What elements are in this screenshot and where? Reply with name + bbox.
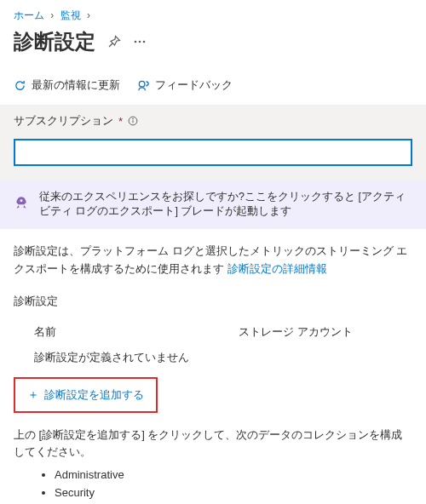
main-content: 診断設定は、プラットフォーム ログと選択したメトリックのストリーミング エクスポ… — [0, 229, 426, 504]
column-header-storage: ストレージ アカウント — [239, 324, 412, 340]
feedback-label: フィードバック — [155, 77, 233, 93]
feedback-button[interactable]: フィードバック — [137, 77, 233, 93]
add-diagnostic-setting-label: 診断設定を追加する — [44, 387, 144, 403]
description-text: 診断設定は、プラットフォーム ログと選択したメトリックのストリーミング エクスポ… — [14, 244, 407, 275]
legacy-experience-notice[interactable]: 従来のエクスペリエンスをお探しですか?ここをクリックすると [アクティビティ ロ… — [0, 180, 426, 229]
feedback-icon — [137, 79, 150, 92]
empty-state: 診断設定が定義されていません — [14, 348, 412, 377]
toolbar: 最新の情報に更新 フィードバック — [0, 69, 426, 105]
learn-more-link[interactable]: 診断設定の詳細情報 — [227, 262, 327, 275]
info-icon[interactable] — [128, 116, 138, 126]
required-mark: * — [118, 115, 123, 128]
plus-icon: ＋ — [27, 387, 39, 403]
svg-point-7 — [133, 118, 134, 119]
refresh-button[interactable]: 最新の情報に更新 — [14, 77, 120, 93]
list-item: Security — [55, 484, 412, 502]
svg-point-3 — [143, 41, 146, 43]
svg-point-1 — [135, 41, 137, 43]
diag-heading: 診断設定 — [14, 294, 412, 309]
list-item: Administrative — [55, 467, 412, 484]
description: 診断設定は、プラットフォーム ログと選択したメトリックのストリーミング エクスポ… — [14, 243, 412, 278]
rocket-icon — [14, 196, 29, 214]
subscription-input[interactable] — [14, 139, 412, 166]
page-title: 診断設定 — [14, 28, 95, 55]
subscription-label: サブスクリプション * — [14, 113, 138, 129]
pin-icon[interactable] — [107, 35, 121, 49]
title-row: 診断設定 — [0, 28, 426, 69]
notice-text: 従来のエクスペリエンスをお探しですか?ここをクリックすると [アクティビティ ロ… — [39, 190, 412, 219]
subscription-label-text: サブスクリプション — [14, 113, 113, 129]
table-header: 名前 ストレージ アカウント — [14, 319, 412, 348]
category-list: AdministrativeSecurityServiceHealthAlert… — [14, 467, 412, 504]
svg-point-4 — [139, 81, 145, 87]
column-header-name: 名前 — [34, 324, 239, 340]
add-diagnostic-setting-button[interactable]: ＋ 診断設定を追加する — [14, 377, 158, 413]
breadcrumb-home[interactable]: ホーム — [14, 9, 44, 21]
more-icon[interactable] — [133, 35, 147, 49]
refresh-label: 最新の情報に更新 — [32, 77, 120, 93]
chevron-right-icon: › — [87, 9, 90, 21]
subscription-section: サブスクリプション * — [0, 105, 426, 134]
refresh-icon — [14, 79, 26, 92]
instruction-text: 上の [診断設定を追加する] をクリックして、次のデータのコレクションを構成して… — [14, 427, 412, 462]
svg-line-0 — [109, 43, 112, 47]
chevron-right-icon: › — [50, 9, 54, 21]
svg-point-2 — [139, 41, 141, 43]
subscription-input-wrap — [0, 134, 426, 180]
svg-point-8 — [20, 199, 23, 202]
breadcrumb-monitor[interactable]: 監視 — [60, 9, 81, 21]
breadcrumb: ホーム › 監視 › — [0, 0, 426, 28]
